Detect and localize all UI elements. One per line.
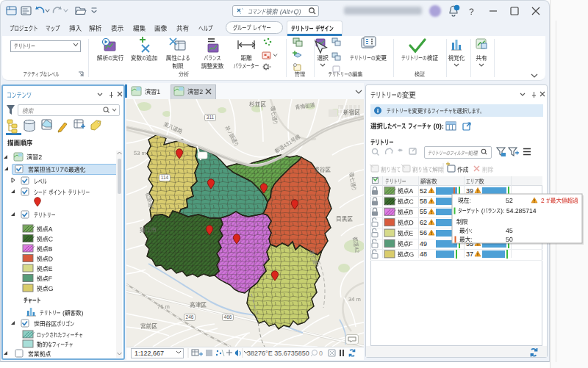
svg-text:466: 466 (224, 314, 232, 320)
svg-text:311: 311 (207, 115, 215, 120)
svg-text:114: 114 (161, 175, 169, 180)
svg-text:246: 246 (186, 314, 194, 320)
